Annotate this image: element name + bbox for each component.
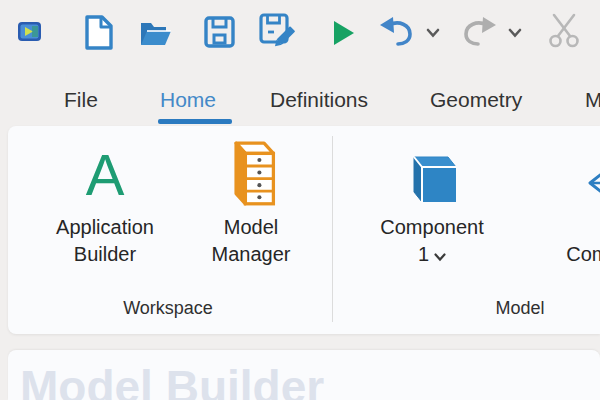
open-file-button[interactable]: [139, 19, 173, 47]
model-builder-title: Model Builder: [20, 360, 324, 400]
tab-home[interactable]: Home: [160, 84, 216, 116]
application-builder-icon: A: [86, 142, 125, 208]
redo-button[interactable]: [461, 16, 497, 47]
app-logo-icon: [17, 21, 42, 42]
ribbon-panel: A Application Builder: [8, 126, 600, 334]
active-tab-indicator: [158, 119, 232, 124]
model-manager-button[interactable]: Model Manager: [176, 132, 326, 298]
save-as-button[interactable]: [259, 13, 296, 50]
tab-materials[interactable]: Materials: [585, 84, 600, 116]
new-file-button[interactable]: [84, 15, 113, 50]
model-builder-panel: Model Builder: [8, 350, 600, 400]
app-window: File Home Definitions Geometry Materials…: [0, 0, 600, 400]
add-component-icon: [587, 132, 600, 208]
add-component-label: Add Component: [566, 214, 600, 268]
component-1-label: Component 1: [380, 214, 483, 269]
model-manager-icon: [223, 132, 279, 208]
ribbon-group-separator: [332, 136, 333, 322]
save-button[interactable]: [204, 16, 235, 48]
application-builder-label: Application Builder: [56, 214, 154, 268]
component-cube-icon: [404, 132, 460, 208]
group-label-workspace: Workspace: [68, 298, 268, 319]
redo-dropdown-chevron[interactable]: [508, 28, 522, 38]
run-button[interactable]: [332, 20, 355, 46]
tab-definitions[interactable]: Definitions: [270, 84, 368, 116]
group-label-model: Model: [420, 298, 600, 319]
undo-dropdown-chevron[interactable]: [426, 28, 440, 38]
cut-button[interactable]: [546, 13, 582, 49]
undo-button[interactable]: [379, 16, 415, 47]
application-builder-button[interactable]: A Application Builder: [30, 132, 180, 298]
model-manager-label: Model Manager: [212, 214, 291, 268]
tab-file[interactable]: File: [64, 84, 98, 116]
add-component-button[interactable]: Add Component: [538, 132, 600, 298]
component-dropdown-chevron[interactable]: [434, 242, 446, 269]
component-1-button[interactable]: Component 1: [357, 132, 507, 298]
tab-geometry[interactable]: Geometry: [430, 84, 522, 116]
